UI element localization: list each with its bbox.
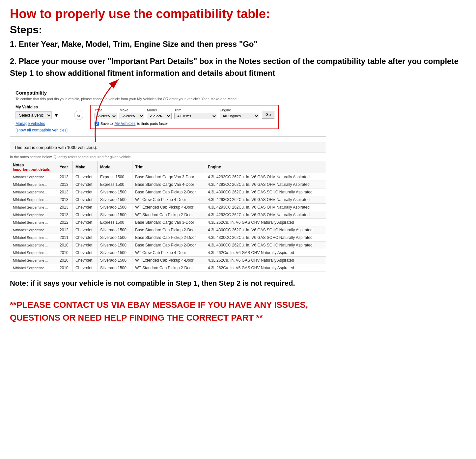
make-cell: Chevrolet [72, 249, 97, 257]
notes-cell: Mfrlabel:Serpentine ... [10, 211, 57, 219]
table-row: Mfrlabel:Serpentine ...2011ChevroletSilv… [10, 234, 326, 242]
model-cell: Silverado 1500 [97, 196, 132, 204]
save-suffix: to finds parts faster [137, 122, 168, 126]
trim-cell: Base Standard Cargo Van 3-Door [132, 219, 205, 226]
model-cell: Silverado 1500 [97, 242, 132, 249]
make-cell: Chevrolet [72, 234, 97, 242]
model-field: Model -Select- [147, 108, 172, 119]
trim-select[interactable]: All Trims [174, 113, 217, 119]
table-row: Mfrlabel:Serpentine ....2013ChevroletExp… [10, 173, 326, 181]
table-row: Mfrlabel:Serpentine...2013ChevroletExpre… [10, 181, 326, 188]
notes-cell: Mfrlabel:Serpentine ... [10, 196, 57, 204]
notes-cell: Mfrlabel:Serpentine ... [10, 249, 57, 257]
or-divider: or [74, 111, 83, 120]
contact-message: **PLEASE CONTACT US VIA EBAY MESSAGE IF … [10, 299, 326, 324]
model-cell: Silverado 1500 [97, 234, 132, 242]
model-cell: Silverado 1500 [97, 204, 132, 211]
trim-cell: Base Standard Cab Pickup 2-Door [132, 242, 205, 249]
vehicle-select-wrapper: Select a vehicle ▼ [15, 111, 68, 119]
steps-title: Steps: [10, 24, 466, 36]
table-row: Mfrlabel:Serpentine...2013ChevroletSilve… [10, 188, 326, 196]
make-field: Make -Select- [120, 108, 144, 119]
engine-header: Engine [205, 161, 326, 173]
save-checkbox[interactable] [95, 122, 99, 126]
table-row: Mfrlabel:Serpentine ...2010ChevroletSilv… [10, 249, 326, 257]
make-cell: Chevrolet [72, 173, 97, 181]
make-cell: Chevrolet [72, 204, 97, 211]
compat-subtitle: To confirm that this part fits your vehi… [15, 97, 321, 101]
table-row: Mfrlabel:Serpentine ...2013ChevroletSilv… [10, 204, 326, 211]
model-cell: Silverado 1500 [97, 226, 132, 234]
engine-select[interactable]: All Engines [220, 113, 259, 119]
show-all-compatible-link[interactable]: [show all compatible vehicles] [15, 128, 68, 132]
engine-field: Engine All Engines [220, 108, 259, 119]
trim-cell: WT Standard Cab Pickup 2-Door [132, 264, 205, 272]
notes-cell: Mfrlabel:Serpentine ... [10, 242, 57, 249]
year-field: Year -Select- [95, 108, 117, 119]
make-header: Make [72, 161, 97, 173]
trim-cell: WT Extended Cab Pickup 4-Door [132, 204, 205, 211]
model-select[interactable]: -Select- [147, 113, 172, 119]
model-cell: Silverado 1500 [97, 188, 132, 196]
trim-cell: WT Standard Cab Pickup 2-Door [132, 211, 205, 219]
engine-cell: 4.3L 262Cu. In. V6 GAS OHV Naturally Asp… [205, 264, 326, 272]
notes-cell: Mfrlabel:Serpentine .... [10, 173, 57, 181]
trim-cell: Base Standard Cab Pickup 2-Door [132, 226, 205, 234]
ymm-form: Year -Select- Make -Select- Model -Selec… [90, 105, 279, 129]
year-header: Year [57, 161, 72, 173]
notes-cell: Mfrlabel:Serpentine ... [10, 264, 57, 272]
table-row: Mfrlabel:Serpentine ...2013ChevroletSilv… [10, 211, 326, 219]
trim-cell: Base Standard Cargo Van 4-Door [132, 181, 205, 188]
manage-vehicles-link[interactable]: Manage vehicles [15, 121, 68, 126]
model-label: Model [147, 108, 172, 112]
engine-cell: 4.3L 262Cu. In. V6 GAS OHV Naturally Asp… [205, 257, 326, 264]
notes-cell: Mfrlabel:Serpentine ... [10, 204, 57, 211]
trim-field: Trim All Trims [174, 108, 217, 119]
year-cell: 2012 [57, 226, 72, 234]
engine-cell: 4.3L 4300CC 262Cu. In. V6 GAS SOHC Natur… [205, 188, 326, 196]
model-cell: Silverado 1500 [97, 264, 132, 272]
trim-label: Trim [174, 108, 217, 112]
go-button[interactable]: Go [262, 111, 274, 119]
table-row: Mfrlabel:Serpentine ...2010ChevroletSilv… [10, 257, 326, 264]
make-cell: Chevrolet [72, 211, 97, 219]
compatibility-box: Compatibility To confirm that this part … [10, 86, 326, 137]
year-cell: 2013 [57, 211, 72, 219]
year-cell: 2013 [57, 196, 72, 204]
engine-cell: 4.3L 262Cu. In. V6 GAS OHV Naturally Asp… [205, 249, 326, 257]
engine-label: Engine [220, 108, 259, 112]
trim-header: Trim [132, 161, 205, 173]
make-cell: Chevrolet [72, 188, 97, 196]
year-cell: 2013 [57, 204, 72, 211]
trim-cell: Base Standard Cargo Van 3-Door [132, 173, 205, 181]
model-cell: Silverado 1500 [97, 257, 132, 264]
trim-cell: WT Crew Cab Pickup 4-Door [132, 196, 205, 204]
make-cell: Chevrolet [72, 196, 97, 204]
make-cell: Chevrolet [72, 181, 97, 188]
year-cell: 2010 [57, 264, 72, 272]
notes-cell: Mfrlabel:Serpentine ... [10, 219, 57, 226]
trim-cell: WT Crew Cab Pickup 4-Door [132, 249, 205, 257]
make-label: Make [120, 108, 144, 112]
save-my-vehicles-link[interactable]: My Vehicles [114, 121, 135, 126]
engine-cell: 4.3L 262Cu. In. V6 GAS OHV Naturally Asp… [205, 219, 326, 226]
table-row: Mfrlabel:Serpentine ...2010ChevroletSilv… [10, 264, 326, 272]
table-row: Mfrlabel:Serpentine ...2012ChevroletSilv… [10, 226, 326, 234]
model-cell: Silverado 1500 [97, 249, 132, 257]
compatible-count-bar: This part is compatible with 1000 vehicl… [10, 142, 326, 153]
year-cell: 2012 [57, 219, 72, 226]
engine-cell: 4.3L 4293CC 262Cu. In. V6 GAS OHV Natura… [205, 211, 326, 219]
trim-cell: WT Extended Cab Pickup 4-Door [132, 257, 205, 264]
engine-cell: 4.3L 4300CC 262Cu. In. V6 GAS SOHC Natur… [205, 242, 326, 249]
compat-title: Compatibility [15, 90, 321, 96]
vehicle-select[interactable]: Select a vehicle [15, 111, 52, 119]
table-header-row: Notes Important part details Year Make M… [10, 161, 326, 173]
engine-cell: 4.3L 4300CC 262Cu. In. V6 GAS SOHC Natur… [205, 234, 326, 242]
year-select[interactable]: -Select- [95, 113, 117, 119]
year-cell: 2010 [57, 249, 72, 257]
make-select[interactable]: -Select- [120, 113, 144, 119]
engine-cell: 4.3L 4293CC 262Cu. In. V6 GAS OHV Natura… [205, 181, 326, 188]
engine-cell: 4.3L 4300CC 262Cu. In. V6 GAS SOHC Natur… [205, 226, 326, 234]
trim-cell: Base Standard Cab Pickup 2-Door [132, 234, 205, 242]
engine-cell: 4.3L 4293CC 262Cu. In. V6 GAS OHV Natura… [205, 204, 326, 211]
